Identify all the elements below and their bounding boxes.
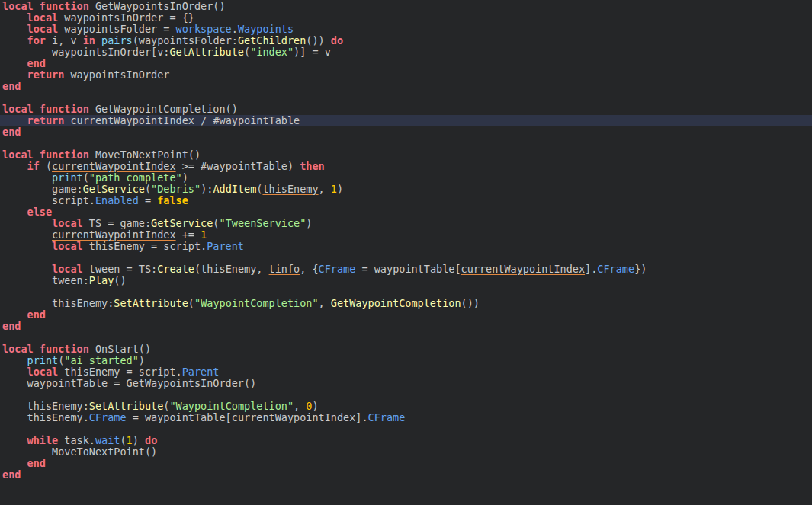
code-token: OnStart()	[89, 343, 151, 355]
code-token	[2, 69, 27, 81]
code-line[interactable]: end	[0, 81, 812, 92]
code-token: script.	[2, 194, 95, 206]
code-token: wait	[95, 434, 120, 446]
code-line[interactable]: end	[0, 458, 812, 469]
code-line[interactable]	[0, 389, 812, 401]
code-token	[2, 308, 27, 321]
code-token: tween:	[2, 274, 89, 286]
code-line[interactable]	[0, 92, 812, 104]
code-line[interactable]: currentWaypointIndex += 1	[0, 229, 812, 241]
code-token	[95, 34, 101, 46]
code-line[interactable]: waypointsInOrder[v:GetAttribute("index")…	[0, 46, 812, 58]
code-line[interactable]: while task.wait(1) do	[0, 435, 812, 446]
code-token: (	[188, 297, 194, 309]
code-line[interactable]: local waypointsInOrder = {}	[0, 12, 812, 24]
code-line[interactable]: if (currentWaypointIndex >= #waypointTab…	[0, 161, 812, 172]
code-token: "TweenService"	[220, 217, 307, 229]
code-line[interactable]: local thisEnemy = script.Parent	[0, 241, 812, 252]
code-line[interactable]: game:GetService("Debris"):AddItem(thisEn…	[0, 184, 812, 195]
code-line[interactable]: tween:Play()	[0, 275, 812, 286]
code-line[interactable]: print("ai started")	[0, 355, 812, 366]
code-token: game:	[2, 183, 83, 195]
code-line[interactable]	[0, 138, 812, 149]
code-line[interactable]: local function GetWaypointsInOrder()	[0, 1, 812, 12]
code-line[interactable]: local function GetWaypointCompletion()	[0, 104, 812, 115]
code-token: else	[27, 206, 53, 218]
code-line[interactable]: print("path complete")	[0, 172, 812, 184]
code-line[interactable]: local tween = TS:Create(thisEnemy, tinfo…	[0, 264, 812, 275]
code-token-warning-underlined: currentWaypointIndex	[232, 411, 356, 423]
code-line[interactable]	[0, 423, 812, 435]
code-token: pairs	[101, 34, 133, 46]
code-token: =	[139, 194, 157, 206]
code-token: Waypoints	[238, 23, 294, 35]
code-line[interactable]: thisEnemy.CFrame = waypointTable[current…	[0, 412, 812, 423]
code-token: local	[27, 11, 59, 24]
code-token: GetWaypointsInOrder()	[89, 0, 226, 12]
code-line[interactable]: return waypointsInOrder	[0, 69, 812, 81]
code-token: (	[120, 434, 126, 446]
code-token: local	[2, 149, 34, 161]
code-token-warning-underlined: tinfo	[269, 263, 300, 275]
code-line[interactable]: else	[0, 206, 812, 218]
code-token: "ai started"	[64, 354, 139, 366]
code-token: ,	[294, 400, 306, 412]
code-token: )	[133, 434, 145, 446]
code-token: thisEnemy.	[2, 411, 89, 423]
code-line[interactable]: end	[0, 321, 812, 332]
code-line[interactable]: local thisEnemy = script.Parent	[0, 366, 812, 378]
code-token	[2, 11, 27, 24]
code-line[interactable]: local function MoveToNextPoint()	[0, 149, 812, 161]
code-token: 1	[331, 183, 337, 195]
code-line[interactable]: end	[0, 309, 812, 321]
code-area[interactable]: local function GetWaypointsInOrder() loc…	[0, 0, 812, 481]
code-token	[2, 229, 52, 241]
code-token: (	[213, 217, 219, 229]
code-line[interactable]: local TS = game:GetService("TweenService…	[0, 218, 812, 229]
code-token: if	[27, 160, 40, 172]
code-line[interactable]: thisEnemy:SetAttribute("WaypointCompleti…	[0, 298, 812, 309]
code-token: for	[27, 34, 46, 46]
code-line[interactable]	[0, 332, 812, 344]
code-line[interactable]: waypointTable = GetWaypointsInOrder()	[0, 378, 812, 389]
code-line[interactable]: end	[0, 469, 812, 481]
code-token: CFrame	[368, 411, 406, 423]
code-token: return	[27, 69, 65, 81]
code-line[interactable]: local function OnStart()	[0, 344, 812, 355]
code-token: local	[2, 343, 34, 355]
code-token: thisEnemy = script.	[83, 240, 207, 252]
code-line[interactable]: local waypointsFolder = workspace.Waypoi…	[0, 24, 812, 35]
code-token: (	[244, 46, 250, 58]
code-token: GetWaypointCompletion	[331, 297, 461, 309]
code-line[interactable]: for i, v in pairs(waypointsFolder:GetChi…	[0, 35, 812, 46]
code-token: 1	[201, 229, 207, 241]
code-line[interactable]: MoveToNextPoint()	[0, 446, 812, 458]
code-token: local	[52, 217, 83, 229]
code-token: in	[83, 34, 95, 46]
code-token: / #waypointTable	[194, 114, 300, 126]
code-token: print	[52, 171, 83, 184]
code-token	[2, 434, 27, 446]
code-line[interactable]: end	[0, 126, 812, 138]
code-token: Parent	[207, 240, 244, 252]
code-line[interactable]	[0, 286, 812, 298]
code-line-active[interactable]: return currentWaypointIndex / #waypointT…	[0, 115, 812, 126]
code-token: print	[27, 354, 59, 366]
code-token: end	[2, 80, 21, 92]
code-line[interactable]: script.Enabled = false	[0, 195, 812, 206]
code-token	[2, 57, 27, 69]
code-token	[34, 0, 40, 12]
code-token: )	[182, 171, 188, 184]
code-token: ].	[585, 263, 597, 275]
code-token	[2, 217, 52, 229]
code-token: CFrame	[89, 411, 127, 423]
code-line[interactable]: end	[0, 58, 812, 69]
script-editor: local function GetWaypointsInOrder() loc…	[0, 0, 812, 505]
code-token: Create	[157, 263, 194, 275]
code-token	[2, 457, 27, 469]
code-token	[2, 171, 52, 184]
code-line[interactable]	[0, 252, 812, 264]
code-token: = waypointTable[	[127, 411, 232, 423]
code-line[interactable]: thisEnemy:SetAttribute("WaypointCompleti…	[0, 401, 812, 412]
code-token: Enabled	[95, 194, 139, 206]
